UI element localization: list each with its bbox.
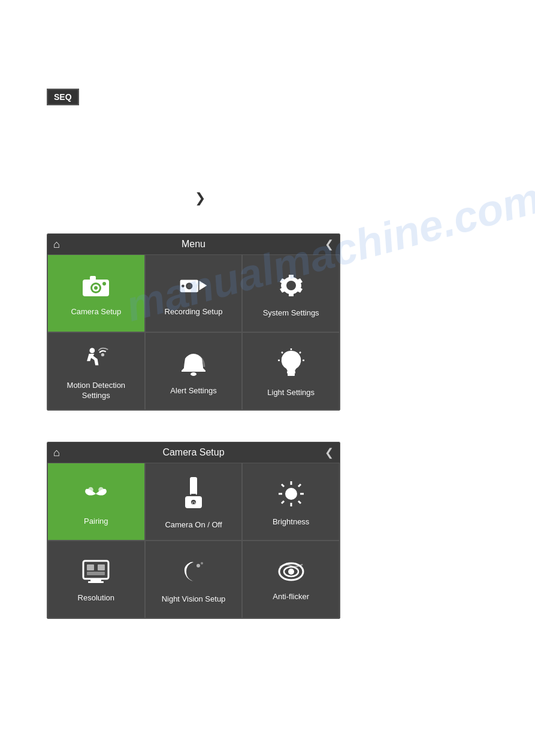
svg-rect-42 [90,579,101,581]
menu-item-camera-setup[interactable]: Camera Setup [47,254,145,332]
svg-line-19 [300,352,301,353]
svg-rect-15 [287,371,295,374]
svg-text:O: O [192,500,195,506]
svg-line-34 [282,484,284,487]
camera-panel-header: ⌂ Camera Setup ❮ [47,442,340,463]
camera-grid: Pairing O Camera On / Off [47,463,340,618]
camera-item-resolution-label: Resolution [78,593,114,603]
svg-rect-41 [87,572,105,575]
svg-point-9 [188,284,191,287]
menu-item-system-settings[interactable]: System Settings [242,254,340,332]
motion-icon [83,345,109,375]
alert-icon [180,350,207,380]
svg-rect-39 [87,564,94,570]
camera-item-anti-flicker-label: Anti-flicker [273,592,309,602]
seq-label: SEQ [54,92,72,102]
camera-home-icon[interactable]: ⌂ [53,447,60,459]
pairing-icon [81,481,110,511]
svg-rect-43 [88,581,104,583]
camera-item-night-vision[interactable]: Night Vision Setup [145,541,243,618]
svg-line-37 [282,501,284,503]
svg-marker-7 [200,281,207,290]
menu-item-light-settings[interactable]: Light Settings [242,332,340,410]
camera-item-brightness-label: Brightness [273,517,309,527]
switch-icon: O [183,477,204,514]
camera-close-icon[interactable]: ❮ [325,446,334,459]
svg-line-36 [298,484,301,487]
menu-item-recording-setup[interactable]: Recording Setup [145,254,243,332]
camera-icon [81,274,110,301]
svg-rect-25 [191,494,196,496]
brightness-icon [277,480,305,511]
svg-point-22 [88,487,93,492]
anti-flicker-icon [277,561,305,586]
svg-point-13 [101,353,104,356]
svg-point-29 [285,488,297,500]
menu-panel: ⌂ Menu ❮ Camera Setup [47,233,340,411]
svg-rect-24 [190,477,197,495]
camera-item-anti-flicker[interactable]: Anti-flicker [242,541,340,618]
svg-rect-40 [98,564,105,570]
light-icon [278,348,304,382]
seq-badge: SEQ [47,89,79,105]
night-vision-icon [180,558,207,588]
svg-point-45 [201,562,203,564]
camera-item-pairing-label: Pairing [84,517,108,527]
recording-icon [179,274,208,301]
svg-line-18 [282,352,283,353]
camera-item-night-vision-label: Night Vision Setup [162,594,226,605]
menu-item-system-settings-label: System Settings [263,308,319,318]
svg-point-48 [288,569,294,575]
menu-panel-title: Menu [182,239,205,250]
svg-point-10 [182,284,185,287]
menu-item-recording-setup-label: Recording Setup [165,307,223,317]
resolution-icon [82,560,110,587]
svg-point-12 [90,348,95,353]
svg-point-3 [94,286,98,290]
camera-item-on-off-label: Camera On / Off [165,520,222,530]
menu-item-camera-setup-label: Camera Setup [71,307,121,317]
svg-rect-4 [90,276,96,280]
home-icon[interactable]: ⌂ [53,238,60,251]
menu-panel-header: ⌂ Menu ❮ [47,234,340,254]
camera-item-resolution[interactable]: Resolution [47,541,145,618]
svg-rect-16 [288,374,295,376]
camera-item-brightness[interactable]: Brightness [242,463,340,541]
svg-point-14 [191,372,197,376]
menu-grid: Camera Setup Recording Setup [47,254,340,410]
svg-point-5 [102,282,106,286]
svg-point-23 [99,487,104,492]
menu-item-motion-detection[interactable]: Motion Detection Settings [47,332,145,410]
menu-item-alert-settings[interactable]: Alert Settings [145,332,243,410]
camera-panel-title: Camera Setup [162,447,224,458]
menu-item-light-label: Light Settings [267,388,315,398]
svg-point-44 [197,564,200,567]
arrow-indicator: ❯ [195,190,205,206]
camera-item-on-off[interactable]: O Camera On / Off [145,463,243,541]
menu-item-alert-label: Alert Settings [170,386,216,396]
menu-item-motion-label: Motion Detection Settings [54,381,138,401]
camera-item-pairing[interactable]: Pairing [47,463,145,541]
gear-icon [278,272,304,302]
svg-point-11 [286,281,296,290]
close-icon[interactable]: ❮ [325,238,334,251]
camera-setup-panel: ⌂ Camera Setup ❮ Pairing [47,442,340,619]
svg-line-35 [298,501,301,503]
